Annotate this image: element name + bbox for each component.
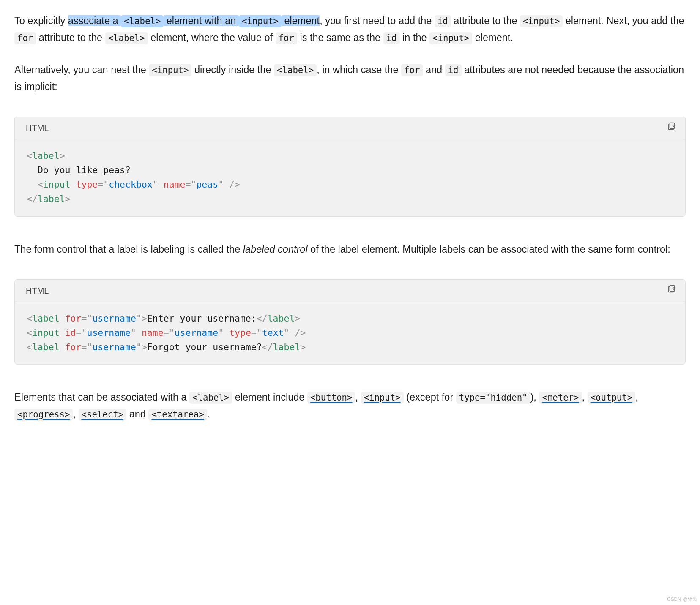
code-input: <input>	[429, 32, 472, 44]
code-block-header: HTML	[15, 117, 685, 139]
text: ,	[582, 392, 588, 403]
code-label: <label>	[274, 64, 317, 76]
copy-button[interactable]	[667, 121, 677, 135]
clipboard-icon	[667, 121, 677, 135]
code-id: id	[445, 64, 462, 76]
text: in the	[400, 32, 430, 43]
paragraph-3: The form control that a label is labelin…	[14, 241, 686, 258]
text: element, where the value of	[148, 32, 276, 43]
text: of the label element. Multiple labels ca…	[308, 244, 670, 255]
link-progress[interactable]: <progress>	[14, 409, 73, 420]
text: To explicitly	[14, 15, 68, 26]
text: element. Next, you add the	[563, 15, 684, 26]
text: , you first need to add the	[320, 15, 435, 26]
link-input[interactable]: <input>	[361, 392, 404, 403]
text: Alternatively, you can nest the	[14, 64, 149, 75]
link-select[interactable]: <select>	[79, 409, 127, 420]
code-input: <input>	[239, 15, 282, 27]
text: ,	[635, 392, 638, 403]
code-language-label: HTML	[26, 121, 49, 135]
code-label: <label>	[105, 32, 148, 44]
text: element include	[232, 392, 307, 403]
code-type-hidden: type="hidden"	[456, 392, 530, 404]
clipboard-icon	[667, 283, 677, 298]
text: ,	[355, 392, 361, 403]
text: .	[207, 409, 210, 420]
text: ),	[530, 392, 539, 403]
code-label: <label>	[189, 392, 232, 404]
code-for: for	[276, 32, 297, 44]
text: ,	[73, 409, 78, 420]
text: The form control that a label is labelin…	[14, 244, 243, 255]
svg-rect-1	[670, 285, 675, 291]
code-for: for	[14, 32, 36, 44]
code-for: for	[401, 64, 423, 76]
code-label: <label>	[121, 15, 164, 27]
link-button[interactable]: <button>	[307, 392, 355, 403]
text: and	[126, 409, 148, 420]
text: attribute to the	[36, 32, 105, 43]
code-content: <label> Do you like peas? <input type="c…	[15, 139, 685, 216]
code-id: id	[435, 15, 451, 27]
paragraph-1: To explicitly associate a <label> elemen…	[14, 13, 686, 46]
code-input: <input>	[149, 64, 191, 76]
code-language-label: HTML	[26, 283, 49, 298]
highlight: element with an	[164, 15, 239, 26]
code-content: <label for="username">Enter your usernam…	[15, 302, 685, 365]
link-output[interactable]: <output>	[588, 392, 636, 403]
text: Elements that can be associated with a	[14, 392, 189, 403]
text: and	[423, 64, 445, 75]
code-id: id	[383, 32, 400, 44]
svg-rect-0	[670, 123, 675, 128]
code-block-1: HTML <label> Do you like peas? <input ty…	[14, 117, 686, 217]
link-textarea[interactable]: <textarea>	[148, 409, 207, 420]
paragraph-2: Alternatively, you can nest the <input> …	[14, 62, 686, 95]
text: directly inside the	[191, 64, 274, 75]
text: (except for	[404, 392, 456, 403]
code-block-2: HTML <label for="username">Enter your us…	[14, 279, 686, 365]
copy-button[interactable]	[667, 283, 677, 298]
text: is the same as the	[297, 32, 383, 43]
code-input: <input>	[520, 15, 563, 27]
highlight: element	[282, 15, 320, 26]
emphasis: labeled control	[243, 244, 308, 255]
text: , in which case the	[317, 64, 401, 75]
link-meter[interactable]: <meter>	[539, 392, 582, 403]
text: element.	[472, 32, 513, 43]
highlight: associate a	[68, 15, 121, 26]
code-block-header: HTML	[15, 280, 685, 302]
paragraph-4: Elements that can be associated with a <…	[14, 389, 686, 423]
text: attribute to the	[451, 15, 520, 26]
